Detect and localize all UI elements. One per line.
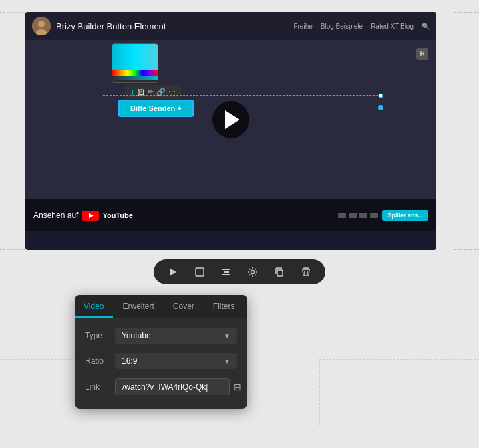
svg-point-10 — [251, 271, 255, 274]
color-gradient — [112, 44, 158, 70]
toolbar-trash-icon[interactable] — [299, 265, 313, 279]
ratio-arrow-icon: ▼ — [224, 358, 230, 365]
controls-icon3 — [359, 213, 367, 218]
type-select[interactable]: Youtube ▼ — [115, 328, 237, 344]
text-tool-icon[interactable]: T — [130, 88, 135, 96]
color-picker[interactable] — [112, 43, 158, 83]
video-content: T 🖼 ✏ 🔗 ⋯ Bitte Senden + H — [25, 40, 436, 199]
svg-point-1 — [38, 21, 45, 27]
youtube-logo-icon — [82, 211, 99, 221]
toolbar-settings-icon[interactable] — [245, 265, 260, 279]
video-bottom-right: Später ans... — [338, 210, 428, 221]
controls-icon2 — [349, 213, 357, 218]
selection-handle-right — [378, 105, 383, 110]
type-row: Type Youtube ▼ — [85, 328, 237, 344]
image-tool-icon[interactable]: 🖼 — [138, 88, 145, 96]
tab-video[interactable]: Video — [75, 295, 113, 318]
search-icon[interactable]: 🔍 — [422, 23, 430, 30]
youtube-logo-text: YouTube — [102, 211, 132, 219]
color-bar — [112, 70, 158, 76]
ratio-label: Ratio — [85, 356, 115, 366]
watch-on-section: Ansehen auf YouTube — [33, 211, 133, 221]
svg-rect-11 — [277, 270, 283, 276]
toolbar-align-icon[interactable] — [219, 265, 234, 279]
svg-rect-9 — [222, 274, 230, 275]
element-toolbar — [154, 259, 325, 284]
link-row: Link ⊟ — [85, 378, 237, 395]
link-label: Link — [85, 382, 115, 392]
video-header: Brizy Builder Button Element Freihe Blog… — [25, 12, 436, 40]
color-alpha — [112, 76, 158, 80]
tab-erweitert[interactable]: Erweitert — [113, 295, 163, 318]
video-container: Brizy Builder Button Element Freihe Blog… — [25, 12, 436, 250]
type-value: Youtube — [122, 331, 151, 340]
h-badge: H — [416, 48, 428, 60]
link-stack-icon[interactable]: ⊟ — [234, 382, 241, 392]
guide-left — [0, 12, 25, 250]
video-title: Brizy Builder Button Element — [56, 21, 288, 31]
panel-body: Type Youtube ▼ Ratio 16:9 ▼ Link ⊟ — [75, 318, 247, 409]
header-right: Freihe Blog Beispiele Rated XT Blog 🔍 — [293, 23, 430, 30]
pencil-tool-icon[interactable]: ✏ — [148, 88, 154, 96]
toolbar-copy-icon[interactable] — [272, 265, 287, 279]
toolbar-square-icon[interactable] — [192, 265, 207, 279]
guide-right — [454, 12, 479, 250]
youtube-logo: YouTube — [82, 211, 132, 221]
tab-cover[interactable]: Cover — [164, 295, 204, 318]
toolbar-play-icon[interactable] — [166, 265, 180, 279]
svg-rect-6 — [196, 268, 204, 276]
svg-rect-7 — [222, 269, 230, 270]
ratio-value: 16:9 — [122, 356, 137, 366]
watch-on-label: Ansehen auf — [33, 211, 78, 220]
guide-bottom-right — [319, 359, 479, 425]
type-arrow-icon: ▼ — [224, 332, 230, 340]
play-button[interactable] — [212, 101, 249, 138]
watch-later-btn[interactable]: Später ans... — [382, 210, 428, 221]
preview-label: Freihe — [293, 23, 312, 30]
ratio-row: Ratio 16:9 ▼ — [85, 353, 237, 369]
guide-bottom-left — [0, 359, 73, 425]
svg-rect-8 — [224, 271, 229, 273]
link-input[interactable] — [115, 378, 230, 395]
builder-button[interactable]: Bitte Senden + — [118, 100, 194, 117]
play-triangle — [225, 110, 240, 129]
video-bottom-bar: Ansehen auf YouTube Später ans... — [25, 199, 436, 231]
more-tool-icon[interactable]: ⋯ — [168, 88, 176, 96]
controls-icon — [338, 213, 346, 218]
svg-marker-5 — [170, 268, 176, 276]
panel-tabs: Video Erweitert Cover Filters — [75, 295, 247, 318]
settings-panel: Video Erweitert Cover Filters Type Youtu… — [75, 295, 247, 409]
link-tool-icon[interactable]: 🔗 — [156, 88, 166, 96]
ratio-select[interactable]: 16:9 ▼ — [115, 353, 237, 369]
selection-handle-corner — [379, 94, 383, 98]
type-label: Type — [85, 331, 115, 340]
floating-toolbar: T 🖼 ✏ 🔗 ⋯ — [125, 85, 181, 99]
channel-avatar — [32, 17, 51, 35]
blog-label: Blog Beispiele — [321, 23, 363, 30]
tab-filters[interactable]: Filters — [204, 295, 244, 318]
xt-blog-label: Rated XT Blog — [371, 23, 414, 30]
controls-icon4 — [370, 213, 378, 218]
